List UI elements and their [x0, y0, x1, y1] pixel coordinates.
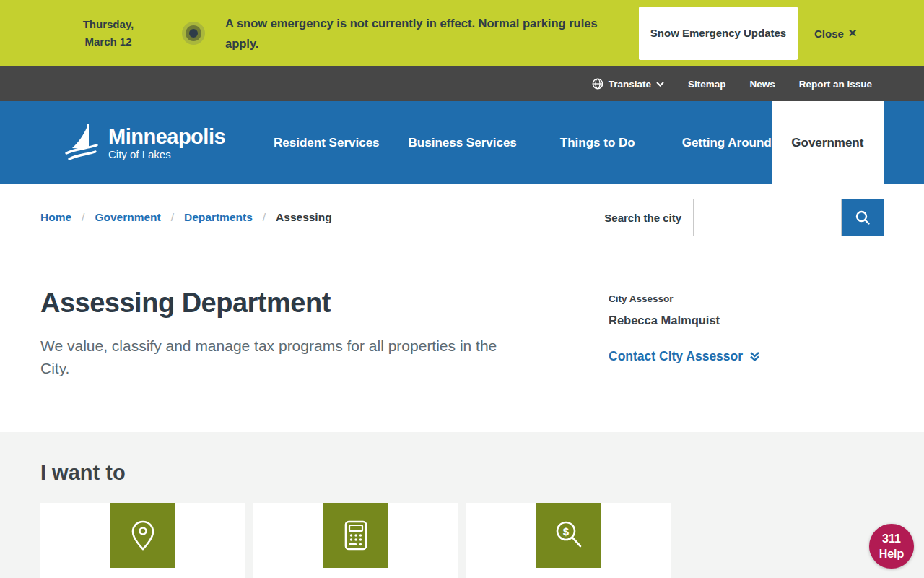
card-tile: $ — [536, 503, 601, 568]
page-description: We value, classify and manage tax progra… — [40, 335, 506, 379]
snow-emergency-updates-button[interactable]: Snow Emergency Updates — [639, 7, 798, 60]
banner-date-line2: March 12 — [74, 33, 142, 51]
minneapolis-logo[interactable]: Minneapolis City of Lakes — [64, 122, 225, 164]
help-311-label: Help — [879, 546, 905, 561]
card-search-property-values[interactable]: $ — [466, 503, 671, 578]
main-content: Assessing Department We value, classify … — [0, 251, 924, 432]
close-icon: ✕ — [848, 27, 858, 40]
i-want-to-heading: I want to — [40, 461, 884, 485]
action-cards: $ — [40, 503, 884, 578]
breadcrumb-separator: / — [263, 211, 266, 224]
logo-subtitle: City of Lakes — [108, 148, 225, 160]
banner-date-line1: Thursday, — [74, 16, 142, 33]
card-tile — [323, 503, 388, 568]
globe-icon — [592, 78, 603, 90]
utility-bar: Translate Sitemap News Report an Issue — [0, 66, 924, 101]
search-icon — [855, 210, 871, 225]
snow-emergency-status-icon — [182, 22, 205, 45]
search-button[interactable] — [842, 199, 884, 236]
help-311-number: 311 — [882, 531, 901, 546]
sailboat-icon — [64, 122, 101, 164]
page-title: Assessing Department — [40, 288, 546, 319]
calculator-icon — [344, 520, 368, 551]
utility-link-report-an-issue[interactable]: Report an Issue — [799, 79, 872, 90]
breadcrumb-current: Assessing — [276, 211, 332, 224]
assessor-name: Rebecca Malmquist — [609, 314, 884, 327]
breadcrumb: Home / Government / Departments / Assess… — [40, 211, 332, 224]
breadcrumb-separator: / — [82, 211, 84, 224]
contact-link-label: Contact City Assessor — [609, 349, 743, 364]
search-dollar-icon: $ — [554, 520, 584, 551]
assessor-role: City Assessor — [609, 293, 884, 304]
contact-city-assessor-link[interactable]: Contact City Assessor — [609, 349, 884, 364]
nav-item-getting-around[interactable]: Getting Around — [682, 136, 772, 150]
logo-title: Minneapolis — [108, 126, 225, 147]
translate-label: Translate — [609, 79, 651, 90]
i-want-to-section: I want to — [0, 432, 924, 578]
card-estimate-taxes[interactable] — [253, 503, 458, 578]
main-navigation: Minneapolis City of Lakes Resident Servi… — [0, 101, 924, 184]
chevron-down-icon — [656, 82, 664, 87]
search-label: Search the city — [604, 212, 681, 224]
page: Thursday, March 12 A snow emergency is n… — [0, 0, 924, 578]
card-view-property-map[interactable] — [40, 503, 245, 578]
breadcrumb-departments[interactable]: Departments — [184, 211, 253, 224]
search-input[interactable] — [693, 199, 842, 236]
banner-message: A snow emergency is not currently in eff… — [225, 13, 615, 53]
breadcrumb-government[interactable]: Government — [95, 211, 160, 224]
help-311-button[interactable]: 311 Help — [869, 524, 914, 569]
snow-emergency-banner: Thursday, March 12 A snow emergency is n… — [0, 0, 924, 66]
svg-text:$: $ — [562, 525, 569, 538]
banner-close-button[interactable]: Close ✕ — [814, 27, 857, 40]
breadcrumb-separator: / — [171, 211, 174, 224]
assessor-card: City Assessor Rebecca Malmquist Contact … — [609, 251, 884, 432]
nav-item-government-active[interactable]: Government — [772, 101, 884, 184]
nav-item-resident-services[interactable]: Resident Services — [274, 136, 379, 150]
nav-item-things-to-do[interactable]: Things to Do — [560, 136, 635, 150]
utility-link-sitemap[interactable]: Sitemap — [688, 79, 726, 90]
card-tile — [110, 503, 175, 568]
site-search: Search the city — [604, 199, 884, 236]
breadcrumb-home[interactable]: Home — [40, 211, 71, 224]
utility-link-news[interactable]: News — [749, 79, 775, 90]
banner-date: Thursday, March 12 — [74, 16, 142, 51]
breadcrumb-row: Home / Government / Departments / Assess… — [0, 184, 924, 251]
double-chevron-down-icon — [749, 351, 760, 362]
close-label: Close — [814, 27, 844, 40]
logo-text: Minneapolis City of Lakes — [108, 126, 225, 160]
department-intro: Assessing Department We value, classify … — [40, 251, 546, 432]
map-pin-icon — [129, 519, 157, 551]
nav-item-business-services[interactable]: Business Services — [409, 136, 517, 150]
translate-menu[interactable]: Translate — [592, 78, 664, 90]
